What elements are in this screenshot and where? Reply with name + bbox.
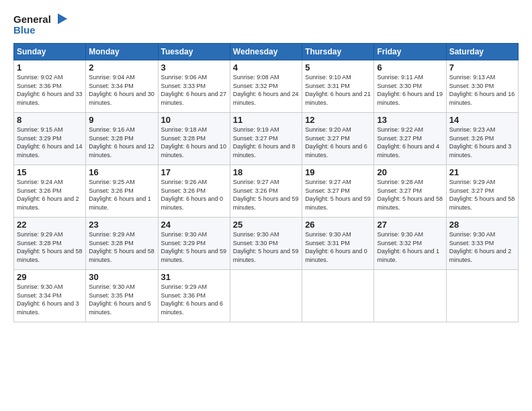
day-number: 2: [89, 62, 154, 73]
day-number: 22: [17, 220, 83, 230]
day-info: Sunrise: 9:30 AM Sunset: 3:29 PM Dayligh…: [161, 230, 227, 264]
calendar-day: 11 Sunrise: 9:19 AM Sunset: 3:27 PM Dayl…: [230, 113, 302, 165]
day-info: Sunrise: 9:30 AM Sunset: 3:33 PM Dayligh…: [449, 230, 515, 264]
day-info: Sunrise: 9:30 AM Sunset: 3:34 PM Dayligh…: [17, 283, 83, 316]
calendar-day: [302, 270, 374, 322]
calendar-day: [374, 270, 446, 322]
day-info: Sunrise: 9:29 AM Sunset: 3:28 PM Dayligh…: [17, 230, 83, 264]
logo-icon: General Blue: [13, 11, 67, 36]
calendar-week: 8 Sunrise: 9:15 AM Sunset: 3:29 PM Dayli…: [14, 113, 519, 165]
day-number: 17: [161, 167, 227, 177]
calendar-week: 29 Sunrise: 9:30 AM Sunset: 3:34 PM Dayl…: [14, 270, 519, 322]
calendar-day: 4 Sunrise: 9:08 AM Sunset: 3:32 PM Dayli…: [230, 60, 302, 113]
day-number: 20: [377, 167, 443, 177]
day-number: 9: [89, 115, 154, 125]
day-info: Sunrise: 9:30 AM Sunset: 3:30 PM Dayligh…: [233, 230, 299, 264]
svg-marker-2: [58, 13, 67, 24]
calendar-day: 25 Sunrise: 9:30 AM Sunset: 3:30 PM Dayl…: [230, 218, 302, 270]
day-number: 23: [89, 220, 154, 230]
day-number: 12: [305, 115, 371, 125]
day-info: Sunrise: 9:04 AM Sunset: 3:34 PM Dayligh…: [89, 73, 154, 107]
calendar-day: [446, 270, 518, 322]
calendar-day: 14 Sunrise: 9:23 AM Sunset: 3:26 PM Dayl…: [446, 113, 518, 165]
day-info: Sunrise: 9:24 AM Sunset: 3:26 PM Dayligh…: [17, 178, 83, 212]
calendar-day: 19 Sunrise: 9:27 AM Sunset: 3:27 PM Dayl…: [302, 165, 374, 218]
svg-text:Blue: Blue: [13, 24, 36, 36]
day-number: 24: [161, 220, 227, 230]
day-info: Sunrise: 9:20 AM Sunset: 3:27 PM Dayligh…: [305, 126, 371, 159]
calendar-day: 23 Sunrise: 9:29 AM Sunset: 3:28 PM Dayl…: [86, 218, 158, 270]
day-number: 14: [449, 115, 515, 125]
day-number: 11: [233, 115, 299, 125]
day-info: Sunrise: 9:11 AM Sunset: 3:30 PM Dayligh…: [377, 73, 443, 107]
day-info: Sunrise: 9:27 AM Sunset: 3:26 PM Dayligh…: [233, 178, 299, 212]
day-info: Sunrise: 9:26 AM Sunset: 3:26 PM Dayligh…: [161, 178, 227, 212]
weekday-header: Monday: [86, 44, 158, 60]
calendar-day: 18 Sunrise: 9:27 AM Sunset: 3:26 PM Dayl…: [230, 165, 302, 218]
day-number: 26: [305, 220, 371, 230]
calendar-day: 7 Sunrise: 9:13 AM Sunset: 3:30 PM Dayli…: [446, 60, 518, 113]
day-info: Sunrise: 9:16 AM Sunset: 3:28 PM Dayligh…: [89, 126, 154, 159]
calendar-day: 9 Sunrise: 9:16 AM Sunset: 3:28 PM Dayli…: [86, 113, 158, 165]
weekday-header: Thursday: [302, 44, 374, 60]
day-number: 28: [449, 220, 515, 230]
day-number: 16: [89, 167, 154, 177]
calendar-day: 12 Sunrise: 9:20 AM Sunset: 3:27 PM Dayl…: [302, 113, 374, 165]
calendar-day: 1 Sunrise: 9:02 AM Sunset: 3:36 PM Dayli…: [14, 60, 86, 113]
day-number: 25: [233, 220, 299, 230]
day-info: Sunrise: 9:08 AM Sunset: 3:32 PM Dayligh…: [233, 73, 299, 107]
day-info: Sunrise: 9:29 AM Sunset: 3:27 PM Dayligh…: [449, 178, 515, 212]
calendar-day: [230, 270, 302, 322]
day-number: 8: [17, 115, 83, 125]
day-number: 30: [89, 272, 154, 282]
calendar-day: 24 Sunrise: 9:30 AM Sunset: 3:29 PM Dayl…: [158, 218, 230, 270]
calendar-body: 1 Sunrise: 9:02 AM Sunset: 3:36 PM Dayli…: [14, 60, 519, 322]
day-number: 18: [233, 167, 299, 177]
day-info: Sunrise: 9:13 AM Sunset: 3:30 PM Dayligh…: [449, 73, 515, 107]
day-info: Sunrise: 9:30 AM Sunset: 3:31 PM Dayligh…: [305, 230, 371, 264]
calendar-day: 16 Sunrise: 9:25 AM Sunset: 3:26 PM Dayl…: [86, 165, 158, 218]
logo: General Blue: [13, 11, 67, 36]
day-info: Sunrise: 9:27 AM Sunset: 3:27 PM Dayligh…: [305, 178, 371, 212]
calendar-day: 6 Sunrise: 9:11 AM Sunset: 3:30 PM Dayli…: [374, 60, 446, 113]
day-number: 27: [377, 220, 443, 230]
calendar-day: 22 Sunrise: 9:29 AM Sunset: 3:28 PM Dayl…: [14, 218, 86, 270]
day-info: Sunrise: 9:23 AM Sunset: 3:26 PM Dayligh…: [449, 126, 515, 159]
day-info: Sunrise: 9:29 AM Sunset: 3:36 PM Dayligh…: [161, 283, 227, 316]
day-number: 21: [449, 167, 515, 177]
calendar-day: 26 Sunrise: 9:30 AM Sunset: 3:31 PM Dayl…: [302, 218, 374, 270]
day-info: Sunrise: 9:29 AM Sunset: 3:28 PM Dayligh…: [89, 230, 154, 264]
day-number: 10: [161, 115, 227, 125]
day-info: Sunrise: 9:02 AM Sunset: 3:36 PM Dayligh…: [17, 73, 83, 107]
day-number: 15: [17, 167, 83, 177]
weekday-header: Friday: [374, 44, 446, 60]
day-info: Sunrise: 9:22 AM Sunset: 3:27 PM Dayligh…: [377, 126, 443, 159]
header: General Blue: [13, 11, 519, 36]
calendar-day: 28 Sunrise: 9:30 AM Sunset: 3:33 PM Dayl…: [446, 218, 518, 270]
day-number: 19: [305, 167, 371, 177]
day-info: Sunrise: 9:10 AM Sunset: 3:31 PM Dayligh…: [305, 73, 371, 107]
weekday-header: Sunday: [14, 44, 86, 60]
day-info: Sunrise: 9:28 AM Sunset: 3:27 PM Dayligh…: [377, 178, 443, 212]
day-number: 4: [233, 62, 299, 73]
calendar-day: 27 Sunrise: 9:30 AM Sunset: 3:32 PM Dayl…: [374, 218, 446, 270]
day-info: Sunrise: 9:18 AM Sunset: 3:28 PM Dayligh…: [161, 126, 227, 159]
day-info: Sunrise: 9:06 AM Sunset: 3:33 PM Dayligh…: [161, 73, 227, 107]
day-number: 1: [17, 62, 83, 73]
calendar-week: 22 Sunrise: 9:29 AM Sunset: 3:28 PM Dayl…: [14, 218, 519, 270]
calendar-day: 21 Sunrise: 9:29 AM Sunset: 3:27 PM Dayl…: [446, 165, 518, 218]
calendar-day: 3 Sunrise: 9:06 AM Sunset: 3:33 PM Dayli…: [158, 60, 230, 113]
day-number: 5: [305, 62, 371, 73]
calendar-day: 17 Sunrise: 9:26 AM Sunset: 3:26 PM Dayl…: [158, 165, 230, 218]
calendar-day: 15 Sunrise: 9:24 AM Sunset: 3:26 PM Dayl…: [14, 165, 86, 218]
day-info: Sunrise: 9:19 AM Sunset: 3:27 PM Dayligh…: [233, 126, 299, 159]
day-info: Sunrise: 9:30 AM Sunset: 3:32 PM Dayligh…: [377, 230, 443, 264]
calendar-day: 5 Sunrise: 9:10 AM Sunset: 3:31 PM Dayli…: [302, 60, 374, 113]
page: General Blue SundayMondayTuesdayWednesda…: [0, 0, 532, 411]
weekday-header: Wednesday: [230, 44, 302, 60]
calendar-day: 2 Sunrise: 9:04 AM Sunset: 3:34 PM Dayli…: [86, 60, 158, 113]
day-number: 13: [377, 115, 443, 125]
day-number: 31: [161, 272, 227, 282]
calendar-day: 13 Sunrise: 9:22 AM Sunset: 3:27 PM Dayl…: [374, 113, 446, 165]
day-info: Sunrise: 9:30 AM Sunset: 3:35 PM Dayligh…: [89, 283, 154, 316]
